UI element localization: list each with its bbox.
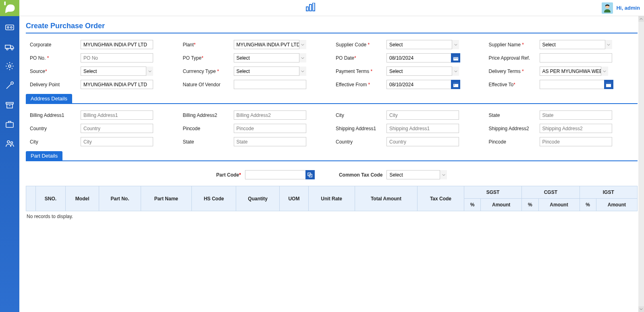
bar-chart-icon[interactable] (305, 3, 316, 13)
bcity-label: City (336, 112, 384, 118)
delpoint-label: Delivery Point (30, 82, 78, 87)
col-igst-amt[interactable]: Amount (596, 199, 637, 211)
col-cgst-pct[interactable]: % (522, 199, 538, 211)
col-cgst[interactable]: CGST (522, 186, 580, 199)
lookup-icon[interactable] (305, 170, 315, 179)
source-label: Source* (30, 69, 78, 74)
currency-label: Currrency Type * (183, 69, 231, 74)
svg-point-9 (6, 48, 8, 50)
ba1-input[interactable] (81, 110, 153, 120)
suppliername-select[interactable] (540, 40, 612, 49)
calendar-icon[interactable] (604, 80, 613, 89)
sidebar-item-shipping[interactable] (5, 42, 15, 52)
svg-point-7 (10, 27, 12, 28)
pono-input[interactable] (81, 53, 153, 62)
col-qty[interactable]: Quantity (236, 186, 280, 211)
top-header: Hi, admin (0, 0, 644, 16)
col-uom[interactable]: UOM (280, 186, 309, 211)
sa1-input[interactable] (386, 124, 459, 133)
app-logo[interactable] (0, 0, 19, 16)
header-center (19, 3, 602, 13)
suppliercode-select[interactable] (386, 40, 459, 49)
col-total[interactable]: Total Amount (355, 186, 418, 211)
col-partno[interactable]: Part No. (99, 186, 141, 211)
user-greeting[interactable]: Hi, admin (602, 2, 640, 14)
bpin-input[interactable] (234, 124, 306, 133)
delpoint-input[interactable] (81, 80, 153, 89)
svg-rect-22 (455, 58, 456, 59)
col-sno[interactable]: SNO. (36, 186, 66, 211)
scity-input[interactable] (81, 137, 153, 146)
po-form: Corporate Plant* Supplier Code * Supplie… (26, 37, 638, 94)
payment-select[interactable] (386, 67, 459, 76)
scroll-up-icon[interactable] (638, 16, 644, 22)
scountry-label: Country (336, 139, 384, 145)
calendar-icon[interactable] (451, 53, 460, 62)
effto-input[interactable] (540, 80, 604, 89)
parts-section-tab: Part Details (26, 151, 62, 160)
sidebar-item-briefcase[interactable] (5, 119, 15, 129)
effto-label: Effective To* (489, 82, 537, 87)
col-taxcode[interactable]: Tax Code (418, 186, 464, 211)
svg-rect-1 (306, 7, 308, 11)
delivery-label: Delivery Terms * (489, 69, 537, 74)
currency-select[interactable] (234, 67, 306, 76)
sstate-input[interactable] (234, 137, 306, 146)
svg-point-10 (11, 48, 13, 50)
vertical-scrollbar[interactable] (638, 16, 644, 312)
col-igst[interactable]: IGST (580, 186, 637, 199)
corporate-input[interactable] (81, 40, 153, 49)
efffrom-input[interactable] (386, 80, 451, 89)
bstate-input[interactable] (540, 110, 612, 120)
partcode-input[interactable] (245, 170, 305, 179)
col-sgst[interactable]: SGST (464, 186, 521, 199)
avatar-icon (602, 2, 613, 14)
spin-label: Pincode (489, 139, 537, 145)
delivery-select[interactable] (540, 67, 608, 76)
sidebar-item-settings[interactable] (5, 61, 15, 71)
col-partname[interactable]: Part Name (141, 186, 192, 211)
col-model[interactable]: Model (66, 186, 99, 211)
section-rule (26, 103, 638, 104)
title-rule (26, 33, 638, 33)
scountry-input[interactable] (386, 137, 459, 146)
sidebar-item-activity[interactable] (5, 81, 15, 90)
bcity-input[interactable] (386, 110, 459, 120)
scroll-down-icon[interactable] (638, 306, 644, 312)
podate-input[interactable] (386, 53, 451, 62)
col-igst-pct[interactable]: % (580, 199, 596, 211)
main-content: Create Purchase Order Corporate Plant* S… (19, 16, 644, 312)
suppliercode-label: Supplier Code * (336, 42, 384, 48)
col-sgst-amt[interactable]: Amount (481, 199, 522, 211)
nov-input[interactable] (234, 80, 306, 89)
bstate-label: State (489, 112, 537, 118)
bcountry-label: Country (30, 126, 78, 131)
payment-label: Payment Terms * (336, 69, 384, 74)
col-cgst-amt[interactable]: Amount (538, 199, 580, 211)
greeting-text: Hi, admin (616, 5, 640, 11)
potype-select[interactable] (234, 53, 306, 62)
suppliername-label: Supplier Name * (489, 42, 537, 48)
partcode-label: Part Code* (216, 172, 241, 178)
taxcode-select[interactable] (386, 170, 447, 179)
col-sgst-pct[interactable]: % (464, 199, 480, 211)
ba2-input[interactable] (234, 110, 306, 120)
bcountry-input[interactable] (81, 124, 153, 133)
sidebar-item-dashboard[interactable] (5, 23, 15, 32)
efffrom-label: Effective From * (336, 82, 384, 87)
sidebar-item-users[interactable] (5, 139, 15, 148)
col-unitrate[interactable]: Unit Rate (308, 186, 355, 211)
parts-grid: SNO. Model Part No. Part Name HS Code Qu… (26, 186, 638, 211)
source-select[interactable] (81, 67, 153, 76)
spin-input[interactable] (540, 137, 612, 146)
svg-rect-25 (453, 83, 458, 84)
col-hscode[interactable]: HS Code (192, 186, 236, 211)
svg-point-18 (11, 142, 13, 144)
priceref-label: Price Approval Ref. (489, 55, 537, 61)
sidebar-item-archive[interactable] (5, 100, 15, 110)
sidebar (0, 16, 19, 312)
sa2-input[interactable] (540, 124, 612, 133)
calendar-icon[interactable] (451, 80, 460, 89)
priceref-input[interactable] (540, 53, 612, 62)
plant-select[interactable] (234, 40, 306, 49)
